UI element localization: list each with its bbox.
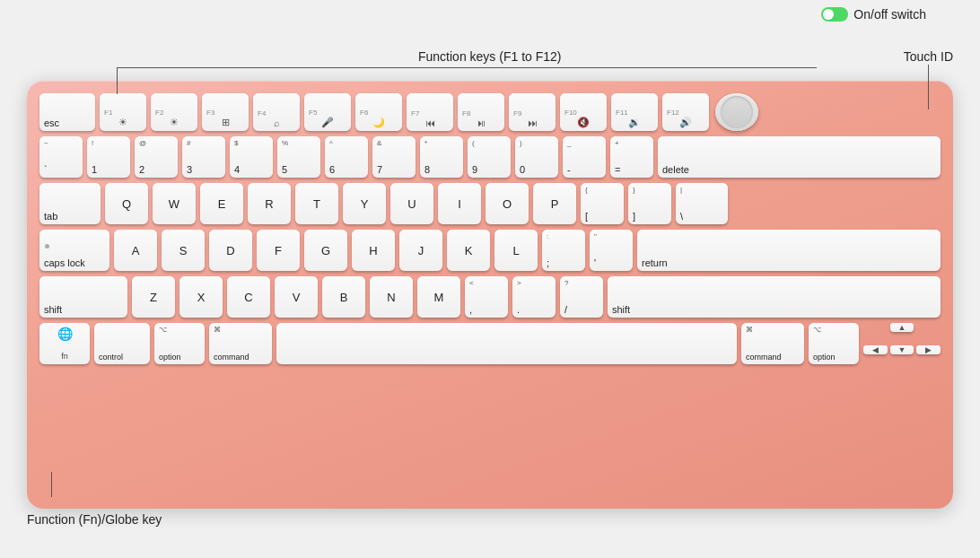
- key-s[interactable]: S: [162, 230, 205, 271]
- key-y[interactable]: Y: [343, 183, 386, 224]
- key-b[interactable]: B: [322, 276, 365, 318]
- key-shift-right[interactable]: shift: [608, 276, 941, 318]
- key-minus[interactable]: _ -: [563, 136, 606, 178]
- key-0[interactable]: ) 0: [515, 136, 558, 178]
- key-m[interactable]: M: [417, 276, 460, 318]
- key-r[interactable]: R: [248, 183, 291, 224]
- key-return[interactable]: return: [637, 230, 941, 271]
- key-touchid[interactable]: [715, 93, 758, 131]
- key-f10[interactable]: F10 🔇: [560, 93, 607, 131]
- key-equals[interactable]: + =: [610, 136, 653, 178]
- key-a[interactable]: A: [114, 230, 157, 271]
- key-e[interactable]: E: [200, 183, 243, 224]
- key-equals-main: =: [615, 164, 620, 175]
- key-f5[interactable]: F5 🎤: [304, 93, 351, 131]
- key-5-main: 5: [282, 164, 287, 175]
- key-space[interactable]: [276, 323, 737, 364]
- key-command-right[interactable]: ⌘ command: [741, 323, 804, 364]
- key-f7[interactable]: F7 ⏮: [407, 93, 453, 131]
- key-f11[interactable]: F11 🔉: [611, 93, 658, 131]
- key-u[interactable]: U: [390, 183, 433, 224]
- key-option-right-label: option: [813, 353, 836, 362]
- key-9-main: 9: [472, 164, 477, 175]
- key-arrow-up[interactable]: ▲: [890, 323, 914, 332]
- key-semicolon[interactable]: : ;: [542, 230, 585, 271]
- key-f6[interactable]: F6 🌙: [355, 93, 402, 131]
- key-6[interactable]: ^ 6: [325, 136, 368, 178]
- key-slash-main: /: [564, 304, 567, 315]
- key-control-label: control: [99, 353, 123, 362]
- key-f8[interactable]: F8 ⏯: [458, 93, 504, 131]
- key-5[interactable]: % 5: [277, 136, 320, 178]
- key-comma[interactable]: < ,: [465, 276, 508, 318]
- key-j[interactable]: J: [399, 230, 442, 271]
- key-2[interactable]: @ 2: [135, 136, 178, 178]
- key-i[interactable]: I: [438, 183, 481, 224]
- key-f9-num: F9: [513, 109, 521, 118]
- key-3[interactable]: # 3: [182, 136, 225, 178]
- key-backslash[interactable]: | \: [676, 183, 728, 224]
- key-q[interactable]: Q: [105, 183, 148, 224]
- key-arrow-left[interactable]: ◀: [863, 345, 888, 354]
- key-period[interactable]: > .: [512, 276, 556, 318]
- key-d[interactable]: D: [209, 230, 252, 271]
- key-f1-icon: ☀: [118, 117, 127, 128]
- key-fn-globe[interactable]: 🌐 fn: [39, 323, 90, 364]
- key-z[interactable]: Z: [132, 276, 175, 318]
- key-arrow-down[interactable]: ▼: [890, 345, 914, 354]
- key-capslock[interactable]: caps lock: [39, 230, 109, 271]
- key-arrow-right[interactable]: ▶: [916, 345, 941, 354]
- key-1-top: !: [92, 139, 93, 147]
- key-lbracket[interactable]: { [: [581, 183, 624, 224]
- key-8[interactable]: * 8: [420, 136, 463, 178]
- key-backtick[interactable]: ~ `: [39, 136, 83, 178]
- key-f4[interactable]: F4 ⌕: [253, 93, 300, 131]
- key-1[interactable]: ! 1: [87, 136, 130, 178]
- key-f9[interactable]: F9 ⏭: [509, 93, 556, 131]
- key-w[interactable]: W: [153, 183, 196, 224]
- key-period-main: .: [517, 304, 520, 315]
- key-f2[interactable]: F2 ☀: [151, 93, 197, 131]
- key-f[interactable]: F: [257, 230, 300, 271]
- key-tab[interactable]: tab: [39, 183, 101, 224]
- key-7[interactable]: & 7: [372, 136, 416, 178]
- key-delete[interactable]: delete: [658, 136, 941, 178]
- key-f2-num: F2: [155, 109, 163, 117]
- key-n[interactable]: N: [370, 276, 413, 318]
- key-option-right-symbol: ⌥: [813, 326, 821, 334]
- key-k[interactable]: K: [447, 230, 490, 271]
- key-f5-num: F5: [309, 109, 317, 117]
- key-rbracket[interactable]: } ]: [628, 183, 671, 224]
- key-command-left[interactable]: ⌘ command: [209, 323, 272, 364]
- key-f12-icon: 🔊: [679, 117, 692, 128]
- key-x[interactable]: X: [179, 276, 223, 318]
- key-f1[interactable]: F1 ☀: [100, 93, 146, 131]
- key-t[interactable]: T: [295, 183, 338, 224]
- key-f4-icon: ⌕: [274, 118, 280, 128]
- key-esc[interactable]: esc: [39, 93, 95, 131]
- key-o[interactable]: O: [486, 183, 529, 224]
- key-quote[interactable]: " ': [590, 230, 633, 271]
- key-option-left-symbol: ⌥: [159, 326, 167, 334]
- key-l[interactable]: L: [494, 230, 538, 271]
- key-option-left[interactable]: ⌥ option: [154, 323, 205, 364]
- key-slash[interactable]: ? /: [560, 276, 603, 318]
- key-option-right[interactable]: ⌥ option: [809, 323, 859, 364]
- key-4[interactable]: $ 4: [230, 136, 273, 178]
- key-option-left-label: option: [159, 353, 181, 362]
- key-4-main: 4: [234, 164, 240, 175]
- key-f3[interactable]: F3 ⊞: [202, 93, 249, 131]
- key-shift-left[interactable]: shift: [39, 276, 127, 318]
- key-v[interactable]: V: [275, 276, 318, 318]
- key-9[interactable]: ( 9: [468, 136, 511, 178]
- key-control[interactable]: control: [94, 323, 150, 364]
- onoff-text: On/off switch: [853, 7, 926, 22]
- key-p[interactable]: P: [533, 183, 576, 224]
- key-g[interactable]: G: [304, 230, 347, 271]
- key-h[interactable]: H: [352, 230, 395, 271]
- key-semicolon-main: ;: [547, 257, 549, 268]
- fnglobe-label: Function (Fn)/Globe key: [27, 512, 162, 527]
- key-f12[interactable]: F12 🔊: [662, 93, 709, 131]
- key-g-label: G: [321, 244, 330, 257]
- key-c[interactable]: C: [227, 276, 270, 318]
